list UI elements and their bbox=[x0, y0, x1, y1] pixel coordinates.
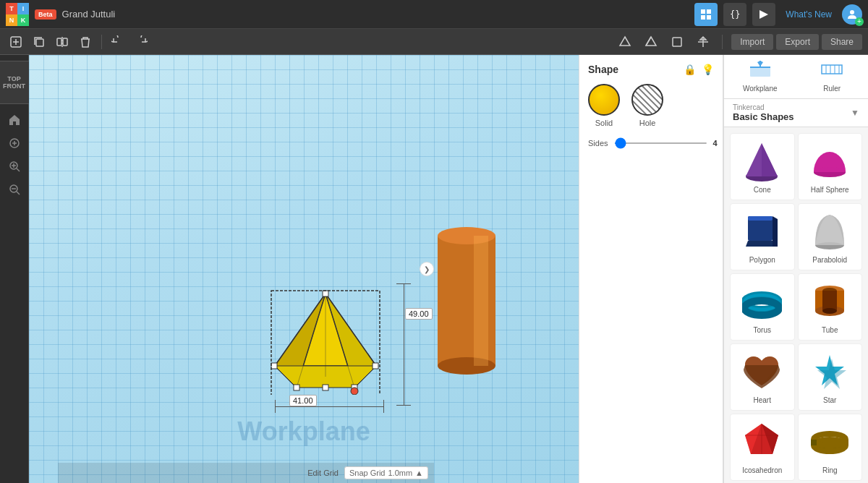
top-bar-right: {} What's New bbox=[694, 3, 862, 26]
separator-2 bbox=[722, 35, 723, 49]
whats-new-button[interactable]: What's New bbox=[781, 7, 836, 22]
separator-1 bbox=[101, 35, 102, 49]
fit-view-button[interactable] bbox=[4, 133, 25, 153]
solid-shape-button[interactable]: Solid bbox=[588, 84, 620, 127]
polygon-label: Polygon bbox=[749, 256, 775, 264]
svg-rect-48 bbox=[750, 67, 770, 68]
svg-rect-9 bbox=[36, 39, 43, 46]
star-label: Star bbox=[823, 396, 836, 404]
shape-item-paraboloid[interactable]: Paraboloid bbox=[798, 203, 863, 270]
sides-value: 4 bbox=[713, 139, 718, 148]
svg-point-41 bbox=[351, 388, 358, 395]
shape-item-torus[interactable]: Torus bbox=[730, 273, 795, 341]
svg-marker-13 bbox=[620, 37, 630, 46]
svg-line-15 bbox=[646, 37, 651, 46]
shape-item-tube[interactable]: Tube bbox=[798, 273, 863, 341]
share-button[interactable]: Share bbox=[822, 34, 862, 50]
view-cube-top-label: TOP bbox=[7, 75, 20, 82]
snap-grid-arrow[interactable]: ▲ bbox=[415, 469, 423, 477]
export-button[interactable]: Export bbox=[776, 34, 819, 50]
svg-rect-16 bbox=[673, 38, 681, 46]
shape-item-halfsphere[interactable]: Half Sphere bbox=[798, 133, 863, 200]
category-arrow[interactable]: ▼ bbox=[851, 108, 859, 118]
light-icon[interactable]: 💡 bbox=[702, 64, 714, 75]
right-panel: Workplane Ruler bbox=[723, 55, 868, 483]
svg-rect-37 bbox=[373, 363, 378, 369]
redo-button[interactable] bbox=[131, 32, 151, 52]
zoom-out-button[interactable] bbox=[4, 179, 25, 200]
torus-shape bbox=[741, 280, 784, 323]
logo-i: I bbox=[17, 3, 29, 14]
halfsphere-shape bbox=[808, 140, 851, 183]
svg-rect-47 bbox=[750, 67, 770, 77]
code-view-button[interactable]: {} bbox=[723, 3, 746, 26]
grid-view-button[interactable] bbox=[694, 3, 718, 26]
shape-panel-title: Shape 🔒 💡 bbox=[588, 64, 714, 75]
shape-type-row: Solid Hole bbox=[588, 84, 714, 127]
flip-button[interactable] bbox=[693, 32, 713, 52]
snap-grid-label: Snap Grid bbox=[349, 469, 386, 477]
svg-rect-36 bbox=[271, 363, 277, 369]
svg-rect-10 bbox=[57, 38, 61, 46]
shape-item-heart[interactable]: Heart bbox=[730, 343, 795, 411]
logo: T I N K bbox=[6, 3, 29, 26]
shape-item-polygon[interactable]: Polygon bbox=[730, 203, 795, 270]
svg-point-72 bbox=[822, 308, 837, 314]
category-provider: Tinkercad bbox=[733, 103, 794, 111]
halfsphere-label: Half Sphere bbox=[811, 186, 849, 194]
svg-rect-40 bbox=[323, 385, 328, 390]
hole-shape-button[interactable]: Hole bbox=[631, 84, 663, 127]
mirror-button[interactable] bbox=[52, 32, 72, 52]
svg-rect-0 bbox=[701, 9, 705, 14]
project-name[interactable]: Grand Juttuli bbox=[62, 9, 116, 20]
ruler-button[interactable]: Ruler bbox=[796, 55, 869, 98]
undo-button[interactable] bbox=[108, 32, 128, 52]
paraboloid-label: Paraboloid bbox=[812, 256, 847, 264]
perspective-button[interactable] bbox=[615, 32, 635, 52]
zoom-in-button[interactable] bbox=[4, 156, 25, 176]
edit-grid-button[interactable]: Edit Grid bbox=[307, 469, 339, 477]
category-header: Tinkercad Basic Shapes ▼ bbox=[724, 99, 868, 127]
hole-label: Hole bbox=[639, 119, 656, 127]
home-view-button[interactable] bbox=[4, 110, 25, 130]
snap-grid: Snap Grid 1.0mm ▲ bbox=[344, 466, 428, 479]
shape-item-ring[interactable]: Ring bbox=[798, 414, 863, 481]
sides-label: Sides bbox=[588, 139, 608, 148]
toolbar: Import Export Share bbox=[0, 29, 868, 55]
svg-rect-3 bbox=[707, 15, 711, 20]
svg-rect-62 bbox=[748, 216, 773, 221]
left-panel: TOP FRONT bbox=[0, 55, 29, 483]
cylinder-object[interactable] bbox=[430, 214, 503, 383]
lock-icon[interactable]: 🔒 bbox=[684, 64, 696, 75]
hole-circle bbox=[631, 84, 663, 116]
duplicate-button[interactable] bbox=[29, 32, 49, 52]
shape-item-icosahedron[interactable]: Icosahedron bbox=[730, 414, 795, 481]
svg-marker-14 bbox=[646, 37, 656, 46]
width-dim-tick-left bbox=[275, 400, 276, 413]
import-button[interactable]: Import bbox=[731, 34, 773, 50]
view-top-button[interactable] bbox=[641, 32, 661, 52]
shape-item-star[interactable]: Star bbox=[798, 343, 863, 411]
svg-marker-58 bbox=[762, 143, 778, 176]
simulate-button[interactable] bbox=[752, 3, 775, 26]
delete-button[interactable] bbox=[75, 32, 95, 52]
collapse-panel-arrow[interactable]: ❯ bbox=[420, 262, 434, 276]
viewport[interactable]: 49.00 41.00 Workplane Edit Grid Snap Gri… bbox=[29, 55, 579, 483]
width-dim-tick-right bbox=[383, 400, 384, 413]
user-button[interactable] bbox=[842, 4, 862, 25]
view-front-button[interactable] bbox=[667, 32, 687, 52]
workplane-button[interactable]: Workplane bbox=[724, 55, 796, 98]
heart-label: Heart bbox=[754, 396, 771, 404]
workplane-ruler-row: Workplane Ruler bbox=[724, 55, 868, 99]
workplane-btn-label: Workplane bbox=[743, 85, 778, 93]
new-object-button[interactable] bbox=[6, 32, 26, 52]
shape-item-cone[interactable]: Cone bbox=[730, 133, 795, 200]
sides-slider[interactable] bbox=[614, 142, 707, 144]
cone-label: Cone bbox=[754, 186, 771, 194]
height-dim-line bbox=[404, 283, 404, 405]
polygon-shape bbox=[741, 210, 784, 253]
pyramid-object[interactable] bbox=[268, 279, 383, 398]
ring-shape bbox=[808, 420, 851, 463]
ring-label: Ring bbox=[822, 466, 838, 474]
import-export-share: Import Export Share bbox=[731, 34, 862, 50]
